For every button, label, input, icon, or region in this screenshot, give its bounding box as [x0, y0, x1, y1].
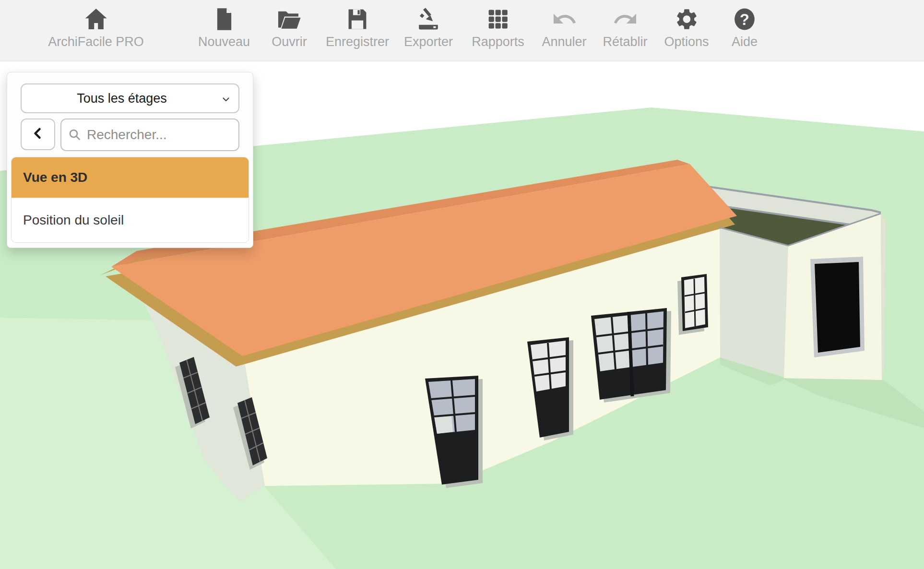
toolbar-item-label: Rapports — [472, 35, 524, 49]
gear-icon — [674, 6, 699, 33]
toolbar-item-exporter[interactable]: Exporter — [404, 0, 453, 61]
list-item-label: Vue en 3D — [23, 170, 87, 185]
toolbar-item-label: Aide — [732, 35, 758, 49]
toolbar-item-label: Annuler — [542, 35, 586, 49]
chevron-left-icon — [31, 126, 45, 142]
sliding-glass-door — [591, 308, 671, 403]
list-item-label: Position du soleil — [23, 213, 124, 228]
toolbar-item-rapports[interactable]: Rapports — [472, 0, 524, 61]
toolbar-item-archifacile-home[interactable]: ArchiFacile PRO — [48, 0, 144, 61]
toolbar-item-label: Enregistrer — [326, 35, 389, 49]
toolbar-item-label: Nouveau — [198, 35, 250, 49]
reports-grid-icon — [486, 6, 510, 33]
view-panel: Tous les étages Vue en 3D Position du so… — [7, 72, 253, 248]
export-icon — [415, 6, 441, 33]
search-box — [60, 119, 239, 151]
garage-opening — [810, 257, 865, 357]
toolbar-item-ouvrir[interactable]: Ouvrir — [272, 0, 307, 61]
help-icon: ? — [733, 6, 757, 33]
toolbar-item-aide[interactable]: ? Aide — [732, 0, 758, 61]
undo-icon — [551, 6, 577, 33]
toolbar-item-retablir[interactable]: Rétablir — [603, 0, 647, 61]
toolbar-item-options[interactable]: Options — [664, 0, 709, 61]
home-icon — [83, 6, 109, 33]
toolbar-item-label: Options — [664, 35, 709, 49]
search-input[interactable] — [87, 119, 238, 150]
toolbar: ArchiFacile PRO Nouveau Ouvrir Enregistr… — [0, 0, 924, 61]
toolbar-item-label: Ouvrir — [272, 35, 307, 49]
floor-select-value: Tous les étages — [77, 91, 167, 106]
search-icon — [68, 128, 82, 142]
back-button[interactable] — [21, 119, 55, 150]
list-item-vue-3d[interactable]: Vue en 3D — [12, 157, 249, 198]
floor-select[interactable]: Tous les étages — [21, 83, 239, 113]
list-item-position-soleil[interactable]: Position du soleil — [12, 198, 249, 242]
toolbar-item-label: Rétablir — [603, 35, 647, 49]
return-wall — [720, 227, 788, 378]
save-floppy-icon — [345, 6, 370, 33]
view-list: Vue en 3D Position du soleil — [11, 157, 249, 243]
right-window — [677, 274, 708, 335]
redo-icon — [612, 6, 638, 33]
chevron-down-icon — [220, 94, 232, 108]
toolbar-item-annuler[interactable]: Annuler — [542, 0, 586, 61]
toolbar-item-label: Exporter — [404, 35, 453, 49]
toolbar-item-nouveau[interactable]: Nouveau — [198, 0, 250, 61]
svg-text:?: ? — [740, 11, 749, 28]
open-folder-icon — [276, 6, 303, 33]
toolbar-item-label: ArchiFacile PRO — [48, 35, 144, 49]
toolbar-item-enregistrer[interactable]: Enregistrer — [326, 0, 389, 61]
new-document-icon — [212, 6, 237, 33]
